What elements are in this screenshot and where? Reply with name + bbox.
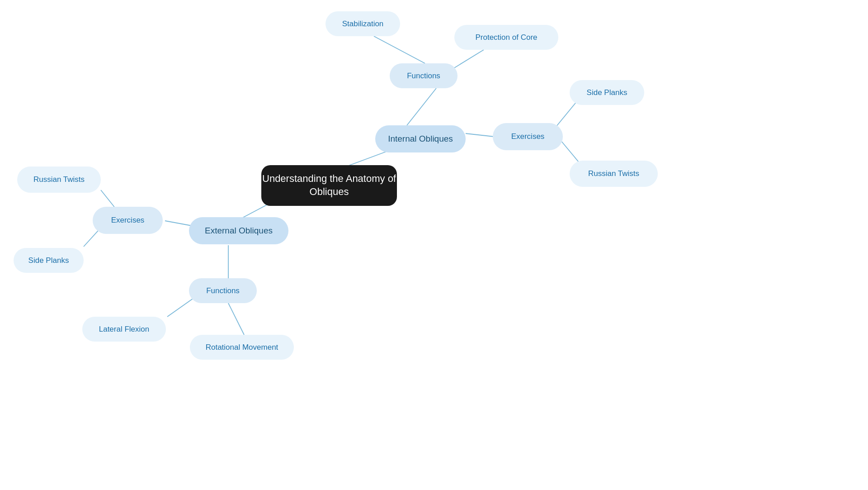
functions-int-label: Functions	[407, 71, 440, 81]
side-planks-int-node[interactable]: Side Planks	[570, 80, 644, 105]
svg-line-1	[407, 88, 436, 125]
exercises-int-label: Exercises	[511, 132, 545, 141]
russian-twists-int-node[interactable]: Russian Twists	[570, 161, 658, 187]
side-planks-ext-label: Side Planks	[28, 256, 69, 265]
side-planks-ext-node[interactable]: Side Planks	[14, 248, 84, 273]
russian-twists-ext-label: Russian Twists	[33, 175, 85, 184]
russian-twists-ext-node[interactable]: Russian Twists	[17, 167, 101, 193]
stabilization-label: Stabilization	[342, 19, 384, 29]
functions-ext-node[interactable]: Functions	[189, 278, 257, 303]
svg-line-6	[561, 140, 579, 162]
svg-line-3	[452, 50, 484, 69]
functions-int-node[interactable]: Functions	[390, 63, 458, 88]
internal-obliques-label: Internal Obliques	[388, 134, 453, 144]
internal-obliques-node[interactable]: Internal Obliques	[375, 125, 466, 152]
center-node[interactable]: Understanding the Anatomy of Obliques	[261, 165, 397, 206]
protection-core-node[interactable]: Protection of Core	[454, 25, 558, 50]
lateral-flexion-label: Lateral Flexion	[99, 325, 150, 334]
rotational-movement-node[interactable]: Rotational Movement	[190, 335, 294, 360]
external-obliques-label: External Obliques	[205, 226, 273, 236]
exercises-int-node[interactable]: Exercises	[493, 123, 563, 150]
stabilization-node[interactable]: Stabilization	[326, 11, 400, 36]
svg-line-9	[101, 190, 115, 208]
rotational-movement-label: Rotational Movement	[206, 343, 278, 352]
protection-core-label: Protection of Core	[475, 33, 537, 42]
russian-twists-int-label: Russian Twists	[588, 169, 639, 178]
functions-ext-label: Functions	[206, 286, 240, 295]
svg-line-2	[374, 36, 425, 63]
side-planks-int-label: Side Planks	[587, 88, 627, 97]
external-obliques-node[interactable]: External Obliques	[189, 217, 288, 244]
exercises-ext-label: Exercises	[111, 216, 145, 225]
lateral-flexion-node[interactable]: Lateral Flexion	[82, 317, 166, 342]
svg-line-13	[228, 303, 244, 335]
exercises-ext-node[interactable]: Exercises	[93, 207, 163, 234]
center-label: Understanding the Anatomy of Obliques	[262, 172, 396, 198]
